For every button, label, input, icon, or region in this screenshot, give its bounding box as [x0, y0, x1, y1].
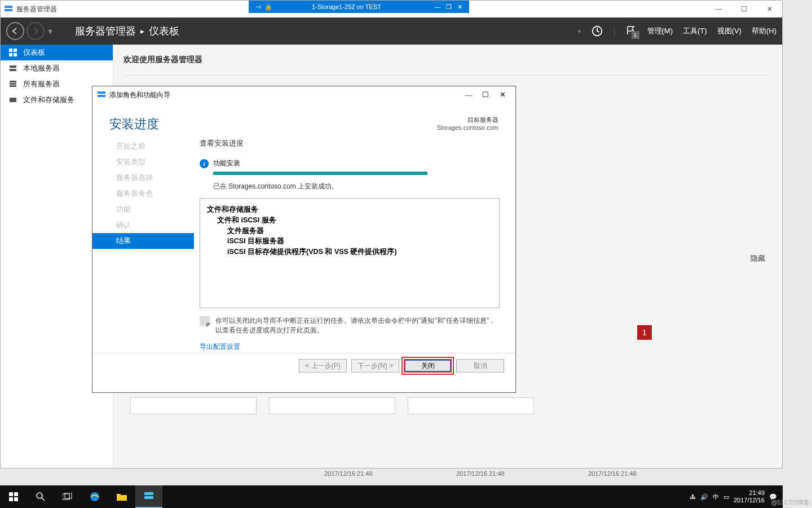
arrow-right-icon: [32, 27, 39, 35]
task-view-button[interactable]: [54, 485, 81, 508]
wizard-header: 安装进度 目标服务器 Storages.contoso.com: [92, 103, 515, 138]
step-features: 功能: [109, 202, 194, 217]
search-icon: [36, 492, 45, 501]
page-icon: [200, 316, 210, 326]
remote-connection-bar: ⊣ 🔒 1-Storage1-252 on TEST — ❐ ✕: [249, 1, 469, 13]
arrow-left-icon: [11, 27, 19, 35]
server-manager-header: ▾ 服务器管理器 ▸ 仪表板 ▾ | 1 管理(M) 工具(T) 视图(V) 帮…: [1, 17, 782, 45]
svg-rect-24: [144, 492, 153, 495]
target-value: Storages.contoso.com: [437, 124, 498, 131]
breadcrumb-current: 仪表板: [149, 24, 179, 38]
remote-minimize[interactable]: —: [432, 3, 443, 10]
feature-l3c: iSCSI 目标存储提供程序(VDS 和 VSS 硬件提供程序): [227, 247, 492, 257]
svg-rect-13: [98, 91, 105, 94]
svg-rect-0: [5, 6, 12, 8]
menu-manage[interactable]: 管理(M): [647, 26, 673, 36]
taskbar-ie[interactable]: [81, 485, 108, 508]
target-label: 目标服务器: [437, 116, 498, 124]
tray-volume-icon[interactable]: 🔊: [700, 493, 708, 501]
note-text: 你可以关闭此向导而不中断正在运行的任务。请依次单击命令栏中的"通知"和"任务详细…: [215, 316, 500, 335]
install-label: 功能安装: [213, 159, 240, 168]
cancel-button: 取消: [456, 359, 504, 373]
refresh-icon[interactable]: [591, 25, 603, 37]
feature-l1: 文件和存储服务: [207, 204, 492, 215]
install-status-line: i 功能安装: [200, 159, 500, 168]
svg-rect-17: [9, 497, 13, 501]
wizard-footer: < 上一步(P) 下一步(N) > 关闭 取消: [92, 353, 515, 378]
close-button[interactable]: 关闭: [404, 359, 452, 373]
role-card[interactable]: [269, 397, 395, 414]
info-icon: i: [200, 159, 209, 168]
card-timestamp: 2017/12/16 21:48: [321, 469, 376, 478]
svg-rect-4: [14, 49, 17, 52]
chevron-right-icon: ▸: [140, 27, 144, 36]
menu-dropdown-icon[interactable]: ▾: [578, 28, 581, 34]
wizard-titlebar: 添加角色和功能向导 — ☐ ✕: [92, 86, 515, 103]
feature-l2: 文件和 iSCSI 服务: [217, 215, 492, 226]
sidebar-label: 仪表板: [23, 47, 45, 58]
tray-ime[interactable]: 中: [713, 493, 719, 501]
dashboard-icon: [8, 48, 17, 57]
server-manager-icon: [144, 491, 154, 501]
breadcrumb-root[interactable]: 服务器管理器: [75, 24, 136, 38]
svg-rect-9: [10, 81, 16, 82]
remote-close[interactable]: ✕: [454, 3, 466, 11]
start-button[interactable]: [0, 485, 27, 508]
sidebar-label: 所有服务器: [23, 79, 60, 89]
hide-link[interactable]: 隐藏: [751, 253, 765, 264]
taskbar-explorer[interactable]: [108, 485, 135, 508]
export-config-link[interactable]: 导出配置设置: [200, 342, 240, 352]
wizard-minimize[interactable]: —: [460, 90, 477, 99]
svg-rect-14: [98, 95, 105, 97]
svg-rect-10: [10, 83, 16, 85]
step-results[interactable]: 结果: [92, 233, 194, 249]
taskbar: 🖧 🔊 中 ▭ 21:49 2017/12/16 💬: [0, 485, 783, 508]
window-maximize[interactable]: ☐: [731, 1, 757, 17]
folder-icon: [116, 492, 127, 501]
feature-l3b: iSCSI 目标服务器: [227, 236, 492, 247]
notification-flag-icon[interactable]: 1: [626, 25, 637, 37]
remote-restore[interactable]: ❐: [443, 3, 454, 11]
role-card[interactable]: [408, 397, 534, 414]
taskbar-clock[interactable]: 21:49 2017/12/16: [734, 489, 765, 504]
menu-tools[interactable]: 工具(T): [683, 26, 707, 36]
taskview-icon: [63, 493, 73, 501]
lock-icon: 🔒: [264, 3, 272, 11]
search-button[interactable]: [27, 485, 54, 508]
wizard-steps: 开始之前 安装类型 服务器选择 服务器角色 功能 确认 结果: [109, 138, 194, 353]
taskbar-server-manager[interactable]: [135, 485, 162, 508]
nav-back-button[interactable]: [6, 22, 24, 40]
feature-tree: 文件和存储服务 文件和 iSCSI 服务 文件服务器 iSCSI 目标服务器 i…: [200, 198, 500, 308]
nav-dropdown[interactable]: ▾: [48, 26, 52, 37]
svg-rect-6: [14, 53, 17, 56]
menu-view[interactable]: 视图(V): [717, 26, 742, 36]
wizard-title-text: 添加角色和功能向导: [109, 90, 170, 100]
system-tray: 🖧 🔊 中 ▭ 21:49 2017/12/16 💬: [690, 489, 783, 504]
target-server-info: 目标服务器 Storages.contoso.com: [437, 116, 498, 131]
breadcrumb: 服务器管理器 ▸ 仪表板: [75, 24, 179, 38]
alert-badge[interactable]: 1: [637, 325, 652, 340]
svg-rect-25: [144, 496, 153, 499]
sidebar-item-local-server[interactable]: 本地服务器: [1, 60, 113, 76]
wizard-icon: [97, 90, 106, 99]
menu-help[interactable]: 帮助(H): [752, 26, 776, 36]
role-card[interactable]: [130, 397, 257, 414]
wizard-maximize[interactable]: ☐: [477, 90, 494, 99]
svg-rect-7: [10, 65, 16, 68]
sidebar-item-dashboard[interactable]: 仪表板: [1, 45, 113, 60]
wizard-body: 开始之前 安装类型 服务器选择 服务器角色 功能 确认 结果 查看安装进度 i …: [92, 138, 515, 353]
tray-network-icon[interactable]: 🖧: [690, 493, 696, 500]
window-close[interactable]: ✕: [757, 1, 782, 17]
pin-icon[interactable]: ⊣: [255, 3, 261, 11]
wizard-close[interactable]: ✕: [494, 90, 511, 99]
server-icon: [8, 64, 17, 73]
progress-bar: [213, 172, 427, 175]
window-minimize[interactable]: —: [706, 1, 731, 17]
step-server-select: 服务器选择: [109, 170, 194, 186]
svg-point-19: [37, 493, 42, 498]
svg-rect-5: [9, 53, 12, 56]
nav-forward-button[interactable]: [27, 22, 45, 40]
watermark: @51CTO博客: [771, 498, 810, 507]
step-server-role: 服务器角色: [109, 186, 194, 202]
tray-input-icon[interactable]: ▭: [723, 493, 729, 501]
